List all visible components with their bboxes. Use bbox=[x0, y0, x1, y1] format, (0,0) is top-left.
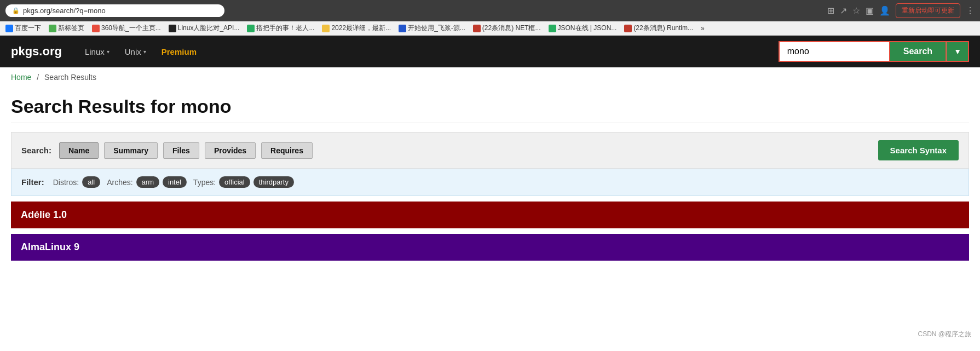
share-icon[interactable]: ↗ bbox=[840, 5, 847, 16]
site-navbar: pkgs.org Linux ▾ Unix ▾ Premium Search ▼ bbox=[0, 36, 980, 67]
types-filter-group: Types: official thirdparty bbox=[193, 176, 294, 188]
menu-icon[interactable]: ⋮ bbox=[966, 5, 975, 16]
breadcrumb-current: Search Results bbox=[44, 73, 96, 82]
browser-chrome: 🔒 pkgs.org/search/?q=mono ⊞ ↗ ☆ ▣ 👤 重新启动… bbox=[0, 0, 980, 21]
search-filter-bar: Search: Name Summary Files Provides Requ… bbox=[11, 132, 969, 169]
linux-dropdown-arrow: ▾ bbox=[107, 49, 109, 55]
filter-summary-btn[interactable]: Summary bbox=[104, 142, 158, 159]
bookmark-icon bbox=[399, 25, 406, 32]
nav-premium[interactable]: Premium bbox=[155, 43, 203, 61]
search-button[interactable]: Search bbox=[890, 41, 947, 62]
bookmark-icon bbox=[49, 25, 56, 32]
bookmark-360[interactable]: 360导航_一个主页... bbox=[92, 24, 161, 33]
bookmark-icon bbox=[322, 25, 330, 32]
bookmark-icon bbox=[549, 25, 556, 32]
arches-label: Arches: bbox=[107, 178, 132, 187]
distros-label: Distros: bbox=[53, 178, 79, 187]
bookmark-linux[interactable]: Linux人脸比对_API... bbox=[169, 24, 240, 33]
translate-icon[interactable]: ⊞ bbox=[827, 5, 834, 16]
lock-icon: 🔒 bbox=[12, 7, 20, 14]
bookmark-icon bbox=[624, 25, 632, 32]
unix-dropdown-arrow: ▾ bbox=[143, 49, 146, 55]
distros-all-tag[interactable]: all bbox=[82, 176, 100, 188]
nav-links: Linux ▾ Unix ▾ Premium bbox=[78, 43, 203, 61]
bookmark-newtab[interactable]: 新标签页 bbox=[49, 24, 84, 33]
arches-intel-tag[interactable]: intel bbox=[163, 176, 187, 188]
divider bbox=[11, 123, 969, 123]
profile-icon[interactable]: 👤 bbox=[879, 5, 890, 16]
types-official-tag[interactable]: official bbox=[219, 176, 250, 188]
breadcrumb-home[interactable]: Home bbox=[11, 73, 31, 82]
search-input-wrapper bbox=[779, 41, 890, 62]
breadcrumb-separator: / bbox=[37, 73, 39, 82]
update-button[interactable]: 重新启动即可更新 bbox=[896, 3, 960, 18]
search-input[interactable] bbox=[780, 42, 889, 61]
search-btn-group: Search ▼ bbox=[890, 41, 969, 62]
search-area: Search ▼ bbox=[779, 41, 969, 62]
bookmark-net[interactable]: (22条消息) NET框... bbox=[473, 24, 541, 33]
page-title-section: Search Results for mono bbox=[0, 87, 980, 123]
breadcrumb: Home / Search Results bbox=[0, 67, 980, 87]
distro-almalinux-header[interactable]: AlmaLinux 9 bbox=[11, 234, 969, 261]
address-text: pkgs.org/search/?q=mono bbox=[23, 7, 106, 15]
bookmark-icon bbox=[5, 25, 13, 32]
search-dropdown-button[interactable]: ▼ bbox=[947, 41, 969, 62]
sidebar-icon[interactable]: ▣ bbox=[866, 5, 874, 16]
bookmark-icon bbox=[473, 25, 481, 32]
site-logo[interactable]: pkgs.org bbox=[11, 44, 62, 59]
search-syntax-button[interactable]: Search Syntax bbox=[878, 140, 959, 160]
arches-filter-group: Arches: arm intel bbox=[107, 176, 187, 188]
types-label: Types: bbox=[193, 178, 216, 187]
bookmark-feijian[interactable]: 开始使用_飞浆-源... bbox=[399, 24, 465, 33]
address-bar[interactable]: 🔒 pkgs.org/search/?q=mono bbox=[5, 4, 224, 17]
advanced-filter-bar: Filter: Distros: all Arches: arm intel T… bbox=[11, 169, 969, 196]
nav-unix[interactable]: Unix ▾ bbox=[118, 43, 153, 61]
bookmark-dabashou[interactable]: 搭把手的事！老人... bbox=[247, 24, 314, 33]
filter-provides-btn[interactable]: Provides bbox=[205, 142, 256, 159]
filter-files-btn[interactable]: Files bbox=[163, 142, 199, 159]
bookmark-runtime[interactable]: (22条消息) Runtim... bbox=[624, 24, 693, 33]
bookmark-json[interactable]: JSON在线 | JSON... bbox=[549, 24, 617, 33]
bookmark-more[interactable]: » bbox=[701, 25, 705, 32]
filter-requires-btn[interactable]: Requires bbox=[261, 142, 313, 159]
star-icon[interactable]: ☆ bbox=[852, 5, 860, 16]
search-filter-label: Search: bbox=[21, 146, 51, 155]
bookmarks-bar: 百度一下 新标签页 360导航_一个主页... Linux人脸比对_API...… bbox=[0, 21, 980, 36]
bookmark-2022[interactable]: 2022最详细，最新... bbox=[322, 24, 391, 33]
page-title: Search Results for mono bbox=[11, 96, 969, 117]
bookmark-icon bbox=[92, 25, 100, 32]
bookmark-icon bbox=[169, 25, 176, 32]
filter-name-btn[interactable]: Name bbox=[59, 142, 99, 159]
bookmark-icon bbox=[247, 25, 255, 32]
bookmark-baidu[interactable]: 百度一下 bbox=[5, 24, 41, 33]
arches-arm-tag[interactable]: arm bbox=[136, 176, 159, 188]
nav-linux[interactable]: Linux ▾ bbox=[78, 43, 116, 61]
distro-adelie-header[interactable]: Adélie 1.0 bbox=[11, 202, 969, 228]
filter-label: Filter: bbox=[21, 177, 44, 187]
browser-actions: ⊞ ↗ ☆ ▣ 👤 重新启动即可更新 ⋮ bbox=[827, 3, 975, 18]
distros-filter-group: Distros: all bbox=[53, 176, 100, 188]
types-thirdparty-tag[interactable]: thirdparty bbox=[253, 176, 294, 188]
